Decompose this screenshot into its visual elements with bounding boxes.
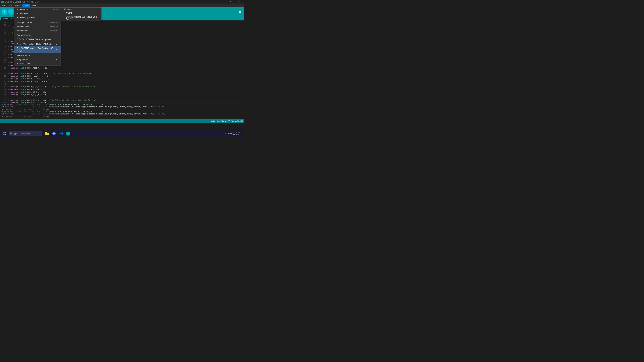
svg-rect-5 (45, 133, 49, 135)
status-bar: 1 Arduino Due (Native USB Port) on COM40 (0, 119, 244, 123)
menu-auto-format[interactable]: Auto Format Ctrl+T (14, 7, 60, 11)
volume-icon: 🔈 (225, 133, 227, 134)
port-com40[interactable]: ✓ COM40 (Arduino Due (Native USB Port)) (61, 15, 101, 21)
clock-time: 12:59 PM (233, 132, 240, 134)
console-output: Skipping contributed index file C:\Users… (1, 104, 243, 118)
menu-serial-plotter[interactable]: Serial Plotter Ctrl+Shift+L (14, 28, 60, 32)
taskbar-search-placeholder: Type here to search (14, 133, 30, 135)
menu-archive-sketch[interactable]: Archive Sketch (14, 11, 60, 15)
vscode-icon (59, 132, 63, 136)
svg-rect-2 (3, 134, 4, 135)
title-bar: Crius_TRX_Control_v1.0 | Arduino 1.8.19 … (0, 0, 244, 4)
svg-rect-4 (45, 132, 46, 133)
status-board-info: Arduino Due (Native USB Port) on COM40 (211, 120, 243, 122)
menu-sketch[interactable]: Sketch (14, 4, 23, 7)
taskbar-right: ⇧ 〈 🔈 ENG 12:59 PM 12/3/2022 □ (220, 132, 243, 135)
port-submenu-header: Serial ports (61, 7, 101, 11)
window-title: Crius_TRX_Control_v1.0 | Arduino 1.8.19 (5, 1, 219, 3)
minimize-button[interactable]: – (219, 0, 227, 4)
menu-board[interactable]: Board: "Arduino Due (Native USB Port)" ► (14, 42, 60, 46)
taskbar: 🔍 Type here to search A ⇧ 〈 � (0, 130, 244, 137)
toolbar-menu-icon[interactable]: ☰ (239, 10, 242, 13)
svg-point-8 (54, 133, 54, 134)
tools-dropdown-menu: Auto Format Ctrl+T Archive Sketch Fix En… (14, 7, 61, 66)
menu-manage-libraries[interactable]: Manage Libraries... Ctrl+Shift+I (14, 20, 60, 24)
taskbar-search-box[interactable]: 🔍 Type here to search (9, 131, 42, 136)
menu-serial-monitor[interactable]: Serial Monitor Ctrl+Shift+M (14, 24, 60, 28)
taskbar-app-arduino[interactable]: A (65, 130, 72, 137)
taskbar-apps: A (44, 130, 72, 137)
taskbar-app-explorer[interactable] (44, 130, 50, 137)
menu-fix-encoding[interactable]: Fix Encoding & Reload (14, 15, 60, 19)
menu-wifi-updater[interactable]: WiFi101 / WiFiNINA Firmware Updater (14, 37, 60, 41)
language-indicator: ENG (228, 133, 232, 134)
file-explorer-icon (45, 132, 49, 136)
notification-center-icon[interactable]: □ (242, 133, 243, 134)
verify-button[interactable]: ✓ (1, 9, 8, 15)
status-line-number: 1 (1, 120, 211, 122)
svg-rect-3 (5, 134, 6, 135)
menu-file[interactable]: File (1, 4, 7, 7)
menu-port[interactable]: Port: "COM40 (Arduino Due (Native USB Po… (14, 46, 60, 53)
menu-separator-3 (14, 42, 60, 42)
menu-bar: File Edit Sketch Tools Help (0, 4, 244, 7)
upload-button[interactable]: → (8, 9, 14, 15)
menu-help[interactable]: Help (30, 4, 38, 7)
maximize-button[interactable]: □ (227, 0, 235, 4)
line-numbers: 1920212223 2425262728 2930313233 3435363… (0, 20, 7, 103)
notification-icon: ⇧ (220, 133, 222, 134)
console-area: Skipping contributed index file C:\Users… (0, 103, 244, 119)
menu-teensy-security[interactable]: Teensy 4 Security (14, 33, 60, 37)
wifi-icon: 〈 (223, 133, 224, 135)
menu-separator-2 (14, 33, 60, 33)
search-icon: 🔍 (10, 132, 12, 135)
menu-separator-4 (14, 53, 60, 53)
port-submenu: Serial ports COM1 ✓ COM40 (Arduino Due (… (61, 7, 101, 21)
windows-logo-icon (3, 132, 6, 135)
menu-burn-bootloader[interactable]: Burn Bootloader (14, 61, 60, 65)
taskbar-clock: 12:59 PM 12/3/2022 (233, 132, 240, 135)
svg-rect-1 (5, 132, 6, 133)
start-button[interactable] (1, 131, 8, 136)
menu-get-board-info[interactable]: Get Board Info (14, 53, 60, 57)
taskbar-app-chrome[interactable] (51, 130, 57, 137)
window-controls: – □ ✕ (219, 0, 243, 4)
clock-date: 12/3/2022 (233, 134, 240, 135)
port-com1[interactable]: COM1 (61, 11, 101, 15)
taskbar-app-vscode[interactable] (58, 130, 64, 137)
arduino-taskbar-icon: A (66, 132, 70, 136)
chrome-icon (52, 132, 56, 136)
close-button[interactable]: ✕ (235, 0, 243, 4)
svg-rect-0 (3, 132, 4, 133)
menu-programmer[interactable]: Programmer ► (14, 57, 60, 61)
menu-tools[interactable]: Tools (22, 4, 30, 7)
app-icon (1, 1, 4, 3)
menu-edit[interactable]: Edit (7, 4, 14, 7)
